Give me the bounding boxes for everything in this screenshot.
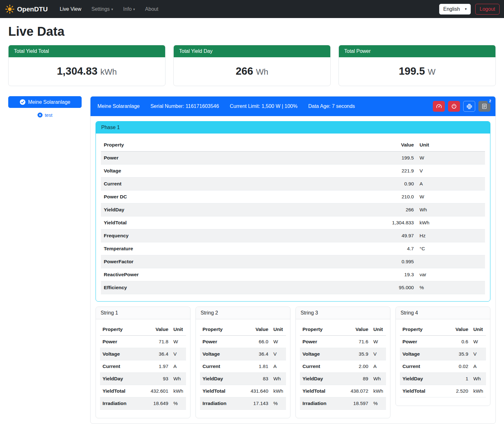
table-row: Power DC210.0W bbox=[101, 190, 485, 203]
table-row: YieldTotal2.520kWh bbox=[400, 385, 486, 397]
value-cell: 18.649 bbox=[147, 397, 171, 410]
table-row: Power71.6W bbox=[300, 336, 386, 348]
value-cell: 36.4 bbox=[247, 348, 271, 360]
property-cell: ReactivePower bbox=[101, 268, 363, 281]
unit-cell: var bbox=[417, 268, 485, 281]
value-cell: 199.5 bbox=[363, 152, 417, 165]
table-row: Current2.00A bbox=[300, 360, 386, 373]
value-cell: 36.4 bbox=[147, 348, 171, 360]
property-cell: Power bbox=[300, 336, 347, 348]
value-cell: 19.3 bbox=[363, 268, 417, 281]
property-cell: Temperature bbox=[101, 242, 363, 255]
unit-cell: A bbox=[271, 360, 286, 373]
value-cell: 66.0 bbox=[247, 336, 271, 348]
table-row: Voltage36.4V bbox=[200, 348, 286, 360]
string-2-table: Property Value Unit Power66.0WVoltage36.… bbox=[200, 323, 286, 410]
table-header-row: Property Value Unit bbox=[200, 323, 286, 336]
value-cell: 95.000 bbox=[363, 281, 417, 294]
nav-settings[interactable]: Settings ▾ bbox=[88, 4, 117, 15]
logout-button[interactable]: Logout bbox=[475, 4, 500, 15]
card-total-yield-total: Total Yield Total 1,304.83 kWh bbox=[8, 45, 165, 86]
property-cell: Irradiation bbox=[100, 397, 147, 410]
table-row: Irradiation17.143% bbox=[200, 397, 286, 410]
value-cell: 35.9 bbox=[447, 348, 471, 360]
nav-info-label: Info bbox=[123, 6, 132, 12]
unit-cell: Wh bbox=[471, 373, 486, 385]
table-header-row: Property Value Unit bbox=[400, 323, 486, 336]
inverter-selector: Meine Solaranlage test bbox=[8, 96, 82, 118]
chevron-down-icon: ▾ bbox=[111, 8, 113, 11]
unit-cell: A bbox=[471, 360, 486, 373]
chevron-down-icon: ▾ bbox=[465, 7, 467, 11]
brand[interactable]: OpenDTU bbox=[5, 4, 48, 14]
string-2-table-body: Power66.0WVoltage36.4VCurrent1.81AYieldD… bbox=[200, 336, 286, 410]
string-4-table-body: Power0.6WVoltage35.9VCurrent0.02AYieldDa… bbox=[400, 336, 486, 397]
value-cell: 1.81 bbox=[247, 360, 271, 373]
language-select[interactable]: English ▾ bbox=[439, 4, 471, 15]
table-header-row: Property Value Unit bbox=[300, 323, 386, 336]
value-cell: 93 bbox=[147, 373, 171, 385]
summary-cards-row: Total Yield Total 1,304.83 kWh Total Yie… bbox=[8, 45, 496, 86]
property-cell: Voltage bbox=[200, 348, 247, 360]
table-row: Voltage36.4V bbox=[100, 348, 186, 360]
column-header-property: Property bbox=[200, 323, 247, 336]
value-cell: 221.9 bbox=[363, 165, 417, 178]
column-header-value: Value bbox=[247, 323, 271, 336]
inverter-test-label: test bbox=[45, 112, 52, 118]
nav-about[interactable]: About bbox=[141, 4, 162, 15]
column-header-unit: Unit bbox=[471, 323, 486, 336]
table-row: YieldDay89Wh bbox=[300, 373, 386, 385]
device-info-button[interactable] bbox=[463, 101, 475, 112]
property-cell: Power bbox=[100, 336, 147, 348]
inverter-select-button[interactable]: Meine Solaranlage bbox=[8, 96, 82, 108]
value-cell: 266 bbox=[363, 203, 417, 216]
table-row: ReactivePower19.3var bbox=[101, 268, 485, 281]
table-row: YieldTotal432.601kWh bbox=[100, 385, 186, 397]
property-cell: YieldTotal bbox=[200, 385, 247, 397]
unit-cell: Hz bbox=[417, 229, 485, 242]
unit-cell: % bbox=[171, 397, 186, 410]
value-cell: 17.143 bbox=[247, 397, 271, 410]
table-header-row: Property Value Unit bbox=[100, 323, 186, 336]
unit-cell: kWh bbox=[371, 385, 386, 397]
unit-cell: kWh bbox=[271, 385, 286, 397]
property-cell: YieldTotal bbox=[101, 216, 363, 229]
column-header-property: Property bbox=[100, 323, 147, 336]
table-row: Voltage35.9V bbox=[400, 348, 486, 360]
value-cell: 89 bbox=[347, 373, 371, 385]
unit-cell: W bbox=[271, 336, 286, 348]
value-cell: 0.02 bbox=[447, 360, 471, 373]
limit-settings-button[interactable] bbox=[433, 101, 445, 112]
table-row: Power199.5W bbox=[101, 152, 485, 165]
string-card-3: String 3 Property Value Unit Power71.6WV… bbox=[296, 307, 390, 418]
power-button[interactable] bbox=[448, 101, 460, 112]
property-cell: PowerFactor bbox=[101, 255, 363, 268]
string-card-4: String 4 Property Value Unit Power0.6WVo… bbox=[395, 307, 490, 406]
value-cell: 0.90 bbox=[363, 178, 417, 190]
nav-info[interactable]: Info ▾ bbox=[119, 4, 139, 15]
table-row: Efficiency95.000% bbox=[101, 281, 485, 294]
events-count-badge: 2 bbox=[488, 98, 493, 103]
nav-live-view[interactable]: Live View bbox=[56, 4, 85, 15]
table-row: YieldDay266Wh bbox=[101, 203, 485, 216]
value-cell: 0.995 bbox=[363, 255, 417, 268]
table-row: Temperature4.7°C bbox=[101, 242, 485, 255]
inverter-test-link[interactable]: test bbox=[37, 112, 52, 118]
event-log-button[interactable]: 2 bbox=[478, 101, 490, 112]
unit-cell: Wh bbox=[171, 373, 186, 385]
inverter-card-header: Meine Solaranlage Serial Number: 1161716… bbox=[90, 97, 495, 116]
column-header-property: Property bbox=[400, 323, 447, 336]
phase-table: Property Value Unit Power199.5WVoltage22… bbox=[101, 139, 485, 294]
table-row: YieldTotal1,304.833kWh bbox=[101, 216, 485, 229]
card-total-power-body: 199.5 W bbox=[339, 57, 495, 86]
string-card-2: String 2 Property Value Unit Power66.0WV… bbox=[196, 307, 290, 418]
table-row: Power0.6W bbox=[400, 336, 486, 348]
value-cell: 71.6 bbox=[347, 336, 371, 348]
string-4-body: Property Value Unit Power0.6WVoltage35.9… bbox=[396, 319, 490, 406]
table-row: Irradiation18.597% bbox=[300, 397, 386, 410]
phase-table-body: Power199.5WVoltage221.9VCurrent0.90APowe… bbox=[101, 152, 485, 294]
unit-cell: Wh bbox=[271, 373, 286, 385]
string-1-table: Property Value Unit Power71.8WVoltage36.… bbox=[100, 323, 186, 410]
unit-cell: V bbox=[371, 348, 386, 360]
value-cell: 1,304.833 bbox=[363, 216, 417, 229]
